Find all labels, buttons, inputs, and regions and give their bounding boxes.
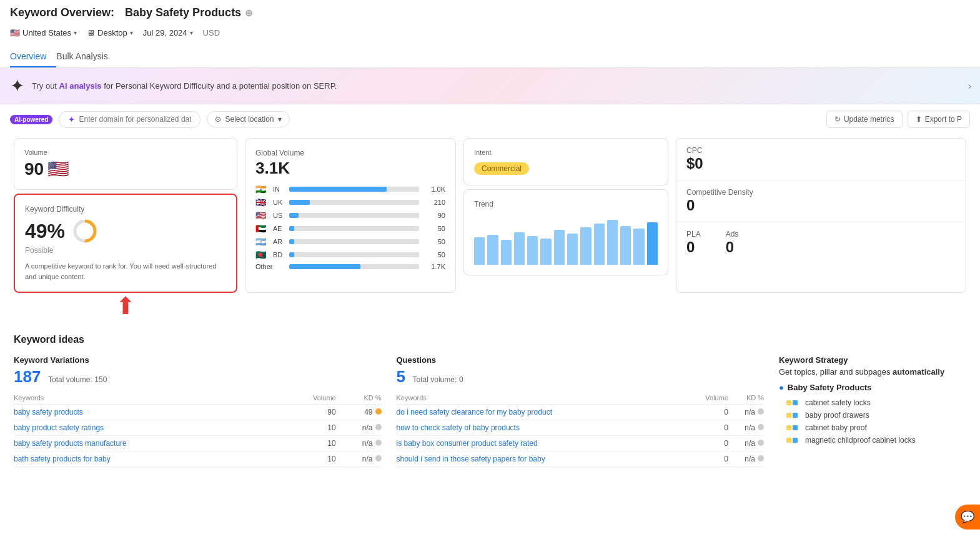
q-link[interactable]: should i send in those safety papers for… [397, 451, 686, 467]
bar-fill-us [289, 213, 299, 218]
add-icon[interactable]: ⊕ [245, 7, 253, 19]
ideas-grid: Keyword Variations 187 Total volume: 150… [14, 355, 966, 467]
kw-kd: n/a [336, 420, 382, 436]
kw-kd: n/a [336, 436, 382, 451]
bar-fill-other [289, 264, 360, 269]
variations-title: Keyword Variations [14, 355, 382, 365]
ai-badge: AI-powered [10, 115, 52, 124]
volume-bars: 🇮🇳 IN 1.0K 🇬🇧 UK 210 🇺🇸 US 90 [255, 184, 445, 270]
kw-link[interactable]: baby product safety ratings [14, 420, 282, 436]
competitive-density-metric: Competitive Density 0 [676, 180, 966, 222]
keyword-ideas-section: Keyword ideas Keyword Variations 187 Tot… [0, 334, 980, 477]
kw-kd: 49 [336, 405, 382, 420]
col-metrics: CPC $0 Competitive Density 0 PLA 0 Ads 0 [672, 134, 970, 297]
kd-card: Keyword Difficulty 49% Possible A compet… [14, 194, 237, 293]
tab-overview[interactable]: Overview [10, 46, 56, 67]
code-ae: AE [273, 225, 285, 232]
q-link[interactable]: how to check safety of baby products [397, 420, 686, 436]
ads-value: 0 [726, 239, 739, 256]
export-icon: ⬆ [916, 115, 922, 124]
questions-total-label: Total volume: [413, 375, 457, 384]
device-selector[interactable]: 🖥 Desktop ▾ [87, 28, 133, 37]
col-global-volume: Global Volume 3.1K 🇮🇳 IN 1.0K 🇬🇧 UK 210 … [241, 134, 460, 297]
kd-description: A competitive keyword to rank for. You w… [25, 261, 226, 282]
q-link[interactable]: is baby box consumer product safety rate… [397, 436, 686, 451]
code-us: US [273, 212, 285, 219]
global-volume-label: Global Volume [255, 149, 445, 157]
code-bd: BD [273, 251, 285, 259]
kw-volume: 10 [282, 436, 336, 451]
questions-table: Keywords Volume KD % do i need safety cl… [397, 392, 765, 467]
strategy-subtitle: Get topics, pillar and subpages automati… [779, 367, 966, 377]
page-title-label: Keyword Overview: [10, 6, 114, 19]
color-bar-2 [786, 413, 801, 418]
bar-fill-in [289, 187, 387, 192]
bar-bg-us [289, 213, 419, 218]
intent-badge: Commercial [474, 162, 529, 175]
trend-bar-9 [580, 227, 591, 265]
kd-dot-gray [758, 440, 764, 446]
cpc-label: CPC [686, 146, 956, 155]
bar-bg-in [289, 187, 419, 192]
kd-dot-gray [758, 455, 764, 461]
domain-input[interactable] [79, 115, 191, 124]
kd-dot-gray [758, 424, 764, 430]
bar-fill-bd [289, 252, 294, 257]
chevron-down-icon2: ▾ [130, 29, 133, 36]
refresh-icon: ↻ [834, 115, 841, 124]
update-metrics-button[interactable]: ↻ Update metrics [826, 111, 903, 128]
ads-label: Ads [726, 230, 739, 239]
kw-link[interactable]: bath safety products for baby [14, 451, 282, 467]
location-selector[interactable]: ⊙ Select location ▾ [207, 111, 289, 127]
q-volume: 0 [686, 436, 728, 451]
kw-link[interactable]: baby safety products [14, 405, 282, 420]
questions-col: Questions 5 Total volume: 0 Keywords Vol… [397, 355, 765, 467]
domain-input-wrapper[interactable]: ✦ [59, 111, 200, 128]
trend-bar-7 [554, 230, 565, 265]
bar-num-ae: 50 [423, 225, 445, 232]
col-header-volume: Volume [282, 392, 336, 405]
export-button[interactable]: ⬆ Export to P [908, 111, 970, 128]
bar-num-us: 90 [423, 212, 445, 219]
global-volume-value: 3.1K [255, 159, 445, 178]
col-volume-kd: Volume 90 🇺🇸 Keyword Difficulty 49% Poss… [10, 134, 241, 297]
pla-ads-metric: PLA 0 Ads 0 [676, 222, 966, 264]
location-label: Select location [225, 115, 274, 124]
code-in: IN [273, 185, 285, 193]
strategy-item-2: baby proof drawers [779, 411, 966, 420]
code-uk: UK [273, 199, 285, 206]
q-link[interactable]: do i need safety clearance for my baby p… [397, 405, 686, 420]
kd-dot-gray [375, 424, 382, 430]
bar-fill-ae [289, 226, 294, 231]
pla-value: 0 [686, 239, 701, 256]
intent-card: Intent Commercial [463, 138, 668, 185]
country-label: United States [22, 28, 71, 37]
table-row: baby safety products 90 49 [14, 405, 382, 420]
trend-bar-5 [527, 236, 538, 265]
table-row: do i need safety clearance for my baby p… [397, 405, 765, 420]
bar-row-other: Other 1.7K [255, 263, 445, 270]
strategy-item-4: magnetic childproof cabinet locks [779, 436, 966, 445]
bar-fill-uk [289, 200, 310, 205]
q-volume: 0 [686, 405, 728, 420]
tab-bulk-analysis[interactable]: Bulk Analysis [56, 46, 117, 67]
bar-row-AE: 🇦🇪 AE 50 [255, 224, 445, 234]
kw-link[interactable]: baby safety products manufacture [14, 436, 282, 451]
flag-other: Other [255, 263, 269, 270]
us-flag-small: 🇺🇸 [47, 159, 69, 179]
sparkle-icon: ✦ [68, 115, 75, 124]
strategy-item-1: cabinet safety locks [779, 398, 966, 407]
date-selector[interactable]: Jul 29, 2024 ▾ [143, 28, 193, 37]
table-row: should i send in those safety papers for… [397, 451, 765, 467]
kd-label: Keyword Difficulty [25, 205, 226, 214]
desktop-icon: 🖥 [87, 28, 95, 37]
kd-dot-gray [375, 455, 382, 461]
bar-num-ar: 50 [423, 238, 445, 245]
trend-bar-4 [514, 232, 525, 265]
bar-bg-ae [289, 226, 419, 231]
trend-bar-10 [594, 224, 605, 265]
banner-chevron-icon: › [968, 81, 971, 92]
country-selector[interactable]: 🇺🇸 United States ▾ [10, 28, 77, 37]
q-col-keywords: Keywords [397, 392, 686, 405]
trend-bars-chart [474, 215, 658, 265]
